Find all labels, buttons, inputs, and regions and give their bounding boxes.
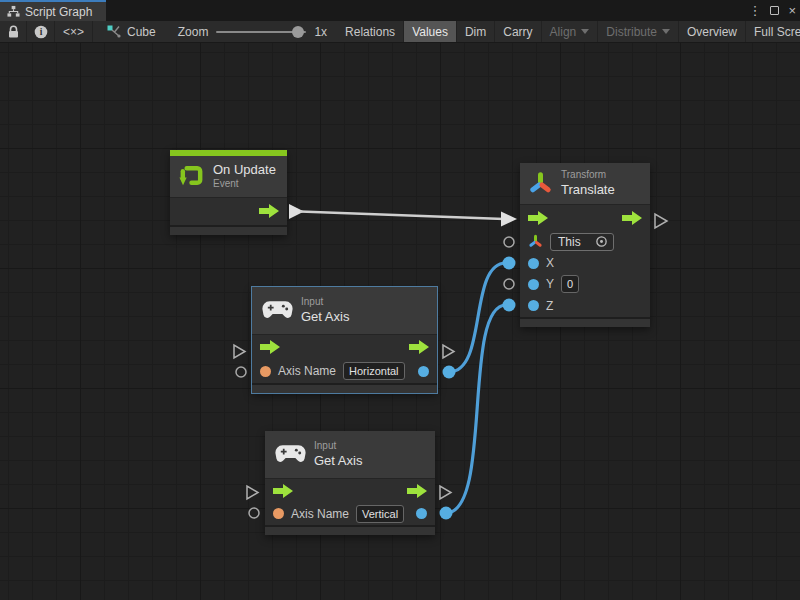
relations-button[interactable]: Relations [337, 21, 404, 42]
dim-button[interactable]: Dim [457, 21, 495, 42]
node-get-axis-vertical[interactable]: Input Get Axis Axis Name Vertical [265, 431, 435, 535]
get-axis-h-flow-in-port[interactable] [234, 345, 245, 358]
node-on-update[interactable]: On Update Event [170, 150, 287, 235]
svg-text:i: i [39, 27, 42, 37]
value-connection-vertical-to-z[interactable] [440, 299, 516, 520]
transform-axis-icon [528, 171, 553, 196]
translate-y-port[interactable] [504, 279, 514, 289]
node-title: Translate [561, 182, 615, 198]
chevron-down-icon [662, 29, 670, 34]
result-port-icon[interactable] [418, 366, 429, 377]
flow-output-arrow-icon[interactable] [622, 211, 642, 225]
this-value: This [558, 235, 581, 249]
value-connection-horizontal-to-x[interactable] [443, 257, 516, 379]
get-axis-h-flow-out-port[interactable] [443, 345, 454, 358]
gamepad-icon [262, 300, 293, 320]
x-label: X [546, 256, 554, 270]
flow-output-arrow-icon[interactable] [407, 484, 427, 498]
zoom-slider[interactable] [216, 31, 306, 33]
align-dropdown[interactable]: Align [542, 21, 599, 42]
close-icon[interactable]: × [788, 0, 796, 21]
this-object-field[interactable]: This [550, 233, 614, 251]
flow-output-arrow-icon[interactable] [259, 204, 279, 218]
node-title: Get Axis [314, 453, 362, 469]
flow-input-arrow-icon[interactable] [528, 211, 548, 225]
graph-target[interactable]: Cube [93, 21, 168, 42]
flow-input-arrow-icon[interactable] [260, 340, 280, 354]
axis-name-label: Axis Name [278, 364, 336, 378]
axis-name-field[interactable]: Horizontal [343, 362, 405, 380]
node-footer [252, 383, 437, 393]
chevron-down-icon [581, 29, 589, 34]
zoom-control: Zoom 1x [168, 21, 337, 42]
flow-connection-on-update-to-translate[interactable] [289, 204, 517, 227]
flow-input-arrow-icon[interactable] [273, 484, 293, 498]
node-header[interactable]: Input Get Axis [252, 287, 437, 335]
lock-button[interactable] [0, 21, 27, 42]
y-port-icon[interactable] [528, 279, 539, 290]
axis-name-label: Axis Name [291, 507, 349, 521]
string-port-icon[interactable] [273, 508, 284, 519]
axis-name-field[interactable]: Vertical [356, 505, 404, 523]
node-translate[interactable]: Transform Translate [520, 163, 650, 327]
carry-button[interactable]: Carry [495, 21, 541, 42]
get-axis-h-name-port[interactable] [236, 367, 246, 377]
menu-icon[interactable]: ⋮ [748, 0, 761, 21]
target-row: This [520, 231, 650, 253]
get-axis-v-flow-in-port[interactable] [247, 486, 258, 499]
zoom-label: Zoom [178, 25, 209, 39]
axis-name-row: Axis Name Vertical [265, 503, 435, 525]
get-axis-v-flow-out-port[interactable] [440, 486, 451, 499]
node-get-axis-horizontal[interactable]: Input Get Axis Axis Name Horizontal [252, 287, 437, 393]
mini-axis-icon [528, 234, 543, 249]
button-label: Full Screen [754, 25, 800, 39]
values-button[interactable]: Values [404, 21, 457, 42]
flow-row [265, 479, 435, 503]
graph-icon [107, 25, 121, 38]
object-picker-icon[interactable] [595, 235, 608, 248]
node-category: Input [301, 296, 349, 309]
button-label: Distribute [606, 25, 657, 39]
info-icon: i [34, 25, 48, 39]
get-axis-v-name-port[interactable] [249, 508, 259, 518]
result-port-icon[interactable] [416, 508, 427, 519]
full-screen-button[interactable]: Full Screen [746, 21, 800, 42]
maximize-icon[interactable] [770, 6, 779, 15]
button-label: Align [550, 25, 577, 39]
code-view-icon: <×> [63, 25, 84, 39]
node-category: Transform [561, 169, 615, 182]
node-title: Get Axis [301, 309, 349, 325]
flow-output-arrow-icon[interactable] [409, 340, 429, 354]
info-button[interactable]: i [27, 21, 55, 42]
overview-button[interactable]: Overview [679, 21, 746, 42]
zoom-slider-handle[interactable] [292, 26, 304, 38]
distribute-dropdown[interactable]: Distribute [598, 21, 679, 42]
node-footer [170, 225, 287, 235]
z-port-icon[interactable] [528, 300, 539, 311]
on-update-icon [178, 163, 205, 190]
window-controls: ⋮ × [748, 0, 796, 21]
code-view-button[interactable]: <×> [55, 21, 93, 42]
x-port-icon[interactable] [528, 258, 539, 269]
script-graph-window: Script Graph ⋮ × i <×> Cube [0, 0, 800, 600]
node-title: On Update [213, 162, 276, 178]
node-header[interactable]: On Update Event [170, 156, 287, 198]
node-header[interactable]: Transform Translate [520, 163, 650, 205]
translate-this-port[interactable] [504, 237, 514, 247]
y-input-row: Y 0 [520, 274, 650, 295]
y-value-field[interactable]: 0 [561, 275, 579, 293]
node-category: Input [314, 440, 362, 453]
tab-bar: Script Graph ⋮ × [0, 0, 800, 21]
node-header[interactable]: Input Get Axis [265, 431, 435, 479]
y-label: Y [546, 277, 554, 291]
axis-name-row: Axis Name Horizontal [252, 360, 437, 383]
translate-flow-out-port[interactable] [655, 214, 667, 228]
node-footer [520, 317, 650, 327]
tab-script-graph[interactable]: Script Graph [0, 0, 106, 21]
button-label: Dim [465, 25, 486, 39]
script-graph-icon [7, 5, 20, 18]
flow-row [170, 198, 287, 225]
string-port-icon[interactable] [260, 366, 271, 377]
button-label: Values [412, 25, 448, 39]
graph-canvas[interactable]: On Update Event Transform [0, 43, 800, 600]
